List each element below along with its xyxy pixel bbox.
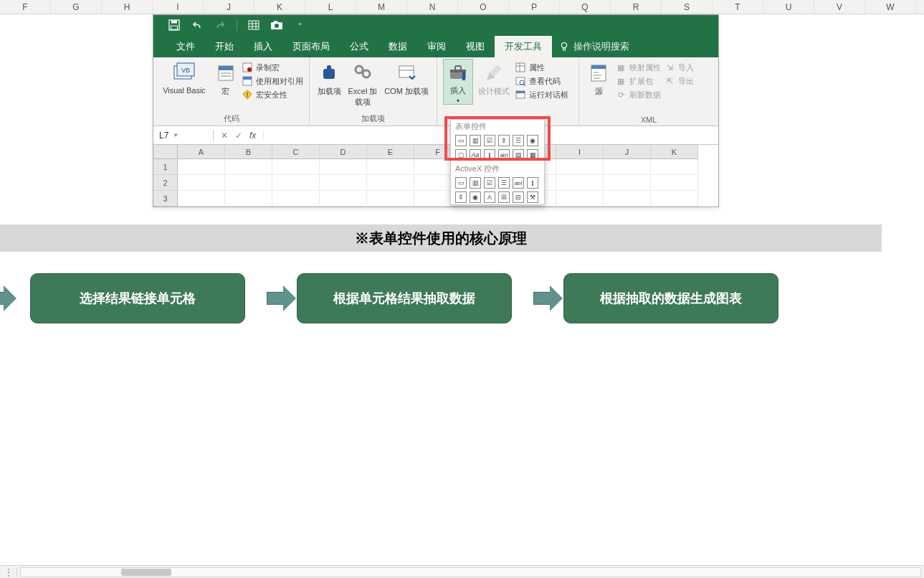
col-header[interactable]: G — [51, 0, 102, 14]
run-dialog-button[interactable]: 运行对话框 — [515, 89, 568, 100]
ax-listbox-icon[interactable]: ☰ — [498, 177, 510, 189]
undo-icon[interactable] — [191, 19, 204, 32]
col-header[interactable]: J — [204, 0, 254, 14]
import-button[interactable]: ⇲导入 — [664, 62, 694, 73]
tab-data[interactable]: 数据 — [378, 36, 417, 57]
row-header[interactable]: 1 — [153, 159, 178, 175]
ax-togglebutton-icon[interactable]: ⊟ — [513, 191, 524, 203]
listbox-control-icon[interactable]: ☰ — [513, 135, 524, 146]
col-header[interactable]: F — [0, 0, 51, 14]
col-header[interactable]: C — [272, 145, 320, 159]
cell[interactable] — [651, 191, 698, 207]
redo-icon[interactable] — [214, 19, 227, 32]
name-box[interactable]: L7 ▼ — [153, 131, 214, 141]
cell[interactable] — [320, 159, 367, 175]
expansion-pack-button[interactable]: ▦扩展包 — [615, 75, 661, 87]
record-macro-button[interactable]: 录制宏 — [242, 62, 303, 73]
col-header[interactable]: S — [662, 0, 713, 14]
ax-image-icon[interactable]: ☒ — [498, 191, 510, 203]
macros-button[interactable]: 宏 — [212, 60, 239, 97]
tab-formulas[interactable]: 公式 — [340, 36, 378, 57]
visual-basic-button[interactable]: VB Visual Basic — [159, 60, 209, 95]
cell[interactable] — [651, 159, 698, 175]
col-header[interactable]: M — [356, 0, 407, 14]
cell[interactable] — [556, 159, 604, 175]
combo-dropdown-control-icon[interactable]: ▦ — [527, 149, 538, 161]
ax-optionbutton-icon[interactable]: ◉ — [470, 191, 481, 203]
tab-file[interactable]: 文件 — [166, 36, 205, 57]
combo-list-control-icon[interactable]: ▤ — [513, 149, 524, 161]
refresh-data-button[interactable]: ⟳刷新数据 — [615, 89, 661, 100]
col-header[interactable]: W — [865, 0, 916, 14]
cell[interactable] — [604, 175, 651, 191]
col-header[interactable]: V — [814, 0, 865, 14]
tab-insert[interactable]: 插入 — [244, 36, 282, 57]
com-addins-button[interactable]: COM 加载项 — [383, 60, 430, 97]
tab-home[interactable]: 开始 — [205, 36, 244, 57]
col-header[interactable]: A — [178, 145, 225, 159]
cell[interactable] — [604, 159, 651, 175]
qat-customize-icon[interactable]: ⁼ — [293, 19, 306, 32]
ax-textbox-icon[interactable]: abl — [513, 177, 524, 189]
spinner-control-icon[interactable]: ⇕ — [498, 135, 510, 146]
cell[interactable] — [367, 159, 414, 175]
ax-button-icon[interactable]: ▭ — [455, 177, 467, 189]
cell[interactable] — [272, 175, 320, 191]
cell[interactable] — [367, 175, 414, 191]
cell[interactable] — [178, 191, 225, 207]
combobox-control-icon[interactable]: ▥ — [470, 135, 481, 146]
tab-developer[interactable]: 开发工具 — [495, 36, 552, 57]
cell[interactable] — [320, 175, 367, 191]
tab-view[interactable]: 视图 — [456, 36, 495, 57]
groupbox-control-icon[interactable]: ▢ — [455, 149, 467, 161]
optionbutton-control-icon[interactable]: ◉ — [527, 135, 538, 146]
export-button[interactable]: ⇱导出 — [664, 75, 694, 87]
design-mode-button[interactable]: 设计模式 — [476, 60, 512, 97]
ax-spinner-icon[interactable]: ⇕ — [455, 191, 467, 203]
col-header[interactable]: P — [509, 0, 560, 14]
button-control-icon[interactable]: ▭ — [455, 135, 467, 146]
cell[interactable] — [367, 191, 414, 207]
ax-more-controls-icon[interactable]: ⚒ — [527, 191, 538, 203]
properties-button[interactable]: 属性 — [515, 62, 568, 73]
relative-references-button[interactable]: 使用相对引用 — [242, 75, 303, 87]
col-header[interactable]: J — [604, 145, 651, 159]
cell[interactable] — [272, 191, 320, 207]
fx-icon[interactable]: fx — [249, 131, 256, 141]
col-header[interactable]: I — [556, 145, 604, 159]
ax-checkbox-icon[interactable]: ☑ — [484, 177, 495, 189]
col-header[interactable]: Q — [560, 0, 611, 14]
col-header[interactable]: E — [367, 145, 414, 159]
enter-icon[interactable]: ✓ — [235, 131, 242, 141]
ax-combobox-icon[interactable]: ▥ — [470, 177, 481, 189]
cell[interactable] — [178, 159, 225, 175]
cell[interactable] — [225, 191, 272, 207]
addins-button[interactable]: 加载项 — [315, 60, 343, 97]
row-header[interactable]: 2 — [153, 175, 178, 191]
cell[interactable] — [556, 191, 604, 207]
table-icon[interactable] — [247, 19, 260, 32]
tab-pagelayout[interactable]: 页面布局 — [282, 36, 340, 57]
view-code-button[interactable]: 查看代码 — [515, 75, 568, 87]
col-header[interactable]: K — [254, 0, 305, 14]
col-header[interactable]: N — [407, 0, 458, 14]
cell[interactable] — [225, 159, 272, 175]
tab-review[interactable]: 审阅 — [417, 36, 456, 57]
cell[interactable] — [225, 175, 272, 191]
col-header[interactable]: D — [320, 145, 367, 159]
cancel-icon[interactable]: ✕ — [221, 131, 228, 141]
cell[interactable] — [272, 159, 320, 175]
row-header[interactable]: 3 — [153, 191, 178, 207]
tell-me-search[interactable]: 操作说明搜索 — [559, 40, 629, 53]
camera-icon[interactable] — [270, 19, 283, 32]
col-header[interactable]: I — [153, 0, 204, 14]
col-header[interactable]: H — [102, 0, 153, 14]
col-header[interactable]: K — [651, 145, 698, 159]
col-header[interactable]: T — [713, 0, 763, 14]
cell[interactable] — [604, 191, 651, 207]
cell[interactable] — [178, 175, 225, 191]
textfield-control-icon[interactable]: abl — [498, 149, 510, 161]
macro-security-button[interactable]: !宏安全性 — [242, 89, 303, 100]
select-all-corner[interactable] — [153, 145, 178, 159]
cell[interactable] — [651, 175, 698, 191]
